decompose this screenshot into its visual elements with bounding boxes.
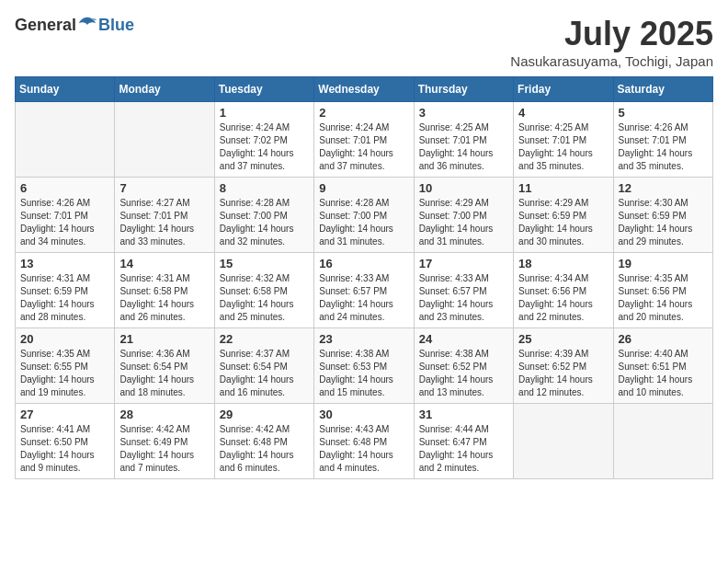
day-number: 5 [619, 106, 708, 120]
weekday-header-saturday: Saturday [613, 77, 712, 102]
day-detail: Sunrise: 4:31 AM Sunset: 6:58 PM Dayligh… [119, 272, 209, 324]
calendar-header-row: SundayMondayTuesdayWednesdayThursdayFrid… [16, 77, 713, 102]
calendar-cell [16, 102, 115, 178]
calendar-cell: 15Sunrise: 4:32 AM Sunset: 6:58 PM Dayli… [214, 253, 313, 328]
day-number: 17 [419, 257, 508, 270]
calendar-cell: 13Sunrise: 4:31 AM Sunset: 6:59 PM Dayli… [16, 253, 115, 328]
calendar-table: SundayMondayTuesdayWednesdayThursdayFrid… [15, 76, 713, 479]
day-number: 22 [220, 332, 309, 346]
calendar-cell: 25Sunrise: 4:39 AM Sunset: 6:52 PM Dayli… [514, 328, 613, 404]
day-detail: Sunrise: 4:36 AM Sunset: 6:54 PM Dayligh… [119, 348, 209, 399]
calendar-cell: 16Sunrise: 4:33 AM Sunset: 6:57 PM Dayli… [314, 253, 414, 328]
calendar-week-row: 1Sunrise: 4:24 AM Sunset: 7:02 PM Daylig… [16, 102, 713, 178]
day-number: 31 [419, 408, 508, 421]
calendar-cell: 4Sunrise: 4:25 AM Sunset: 7:01 PM Daylig… [514, 102, 613, 178]
calendar-cell: 21Sunrise: 4:36 AM Sunset: 6:54 PM Dayli… [115, 328, 214, 404]
logo-bird-icon [77, 15, 97, 35]
month-title: July 2025 [510, 15, 713, 53]
weekday-header-tuesday: Tuesday [214, 77, 313, 102]
day-detail: Sunrise: 4:34 AM Sunset: 6:56 PM Dayligh… [518, 272, 608, 324]
day-number: 14 [119, 257, 209, 270]
day-number: 1 [220, 106, 309, 120]
day-detail: Sunrise: 4:28 AM Sunset: 7:00 PM Dayligh… [319, 197, 408, 248]
calendar-cell: 8Sunrise: 4:28 AM Sunset: 7:00 PM Daylig… [214, 178, 313, 253]
day-number: 18 [518, 257, 608, 270]
calendar-cell: 12Sunrise: 4:30 AM Sunset: 6:59 PM Dayli… [613, 178, 712, 253]
day-detail: Sunrise: 4:24 AM Sunset: 7:02 PM Dayligh… [220, 121, 309, 173]
day-number: 25 [518, 332, 608, 346]
calendar-cell: 9Sunrise: 4:28 AM Sunset: 7:00 PM Daylig… [314, 178, 414, 253]
day-detail: Sunrise: 4:29 AM Sunset: 7:00 PM Dayligh… [419, 197, 508, 248]
day-detail: Sunrise: 4:42 AM Sunset: 6:49 PM Dayligh… [119, 423, 209, 475]
day-detail: Sunrise: 4:38 AM Sunset: 6:52 PM Dayligh… [419, 348, 508, 399]
day-number: 7 [119, 181, 209, 195]
calendar-cell: 17Sunrise: 4:33 AM Sunset: 6:57 PM Dayli… [414, 253, 513, 328]
calendar-cell [115, 102, 214, 178]
day-number: 9 [319, 181, 408, 195]
calendar-cell: 6Sunrise: 4:26 AM Sunset: 7:01 PM Daylig… [16, 178, 115, 253]
day-number: 26 [619, 332, 708, 346]
calendar-cell: 31Sunrise: 4:44 AM Sunset: 6:47 PM Dayli… [414, 404, 513, 479]
logo: General Blue [15, 15, 134, 35]
weekday-header-thursday: Thursday [414, 77, 513, 102]
day-detail: Sunrise: 4:32 AM Sunset: 6:58 PM Dayligh… [220, 272, 309, 324]
calendar-cell: 23Sunrise: 4:38 AM Sunset: 6:53 PM Dayli… [314, 328, 414, 404]
calendar-cell: 27Sunrise: 4:41 AM Sunset: 6:50 PM Dayli… [16, 404, 115, 479]
calendar-week-row: 27Sunrise: 4:41 AM Sunset: 6:50 PM Dayli… [16, 404, 713, 479]
day-detail: Sunrise: 4:43 AM Sunset: 6:48 PM Dayligh… [319, 423, 408, 475]
day-detail: Sunrise: 4:29 AM Sunset: 6:59 PM Dayligh… [518, 197, 608, 248]
calendar-cell: 20Sunrise: 4:35 AM Sunset: 6:55 PM Dayli… [16, 328, 115, 404]
day-detail: Sunrise: 4:30 AM Sunset: 6:59 PM Dayligh… [619, 197, 708, 248]
weekday-header-friday: Friday [514, 77, 613, 102]
weekday-header-monday: Monday [115, 77, 214, 102]
day-number: 21 [119, 332, 209, 346]
weekday-header-sunday: Sunday [16, 77, 115, 102]
calendar-cell: 11Sunrise: 4:29 AM Sunset: 6:59 PM Dayli… [514, 178, 613, 253]
calendar-cell: 14Sunrise: 4:31 AM Sunset: 6:58 PM Dayli… [115, 253, 214, 328]
day-detail: Sunrise: 4:35 AM Sunset: 6:55 PM Dayligh… [20, 348, 109, 399]
day-number: 12 [619, 181, 708, 195]
day-number: 15 [220, 257, 309, 270]
calendar-cell: 30Sunrise: 4:43 AM Sunset: 6:48 PM Dayli… [314, 404, 414, 479]
calendar-week-row: 20Sunrise: 4:35 AM Sunset: 6:55 PM Dayli… [16, 328, 713, 404]
calendar-cell [613, 404, 712, 479]
day-detail: Sunrise: 4:26 AM Sunset: 7:01 PM Dayligh… [20, 197, 109, 248]
day-number: 30 [319, 408, 408, 421]
calendar-cell: 26Sunrise: 4:40 AM Sunset: 6:51 PM Dayli… [613, 328, 712, 404]
day-number: 24 [419, 332, 508, 346]
day-detail: Sunrise: 4:26 AM Sunset: 7:01 PM Dayligh… [619, 121, 708, 173]
day-number: 27 [20, 408, 109, 421]
calendar-cell: 28Sunrise: 4:42 AM Sunset: 6:49 PM Dayli… [115, 404, 214, 479]
day-number: 20 [20, 332, 109, 346]
calendar-cell: 7Sunrise: 4:27 AM Sunset: 7:01 PM Daylig… [115, 178, 214, 253]
day-number: 11 [518, 181, 608, 195]
day-number: 6 [20, 181, 109, 195]
day-detail: Sunrise: 4:33 AM Sunset: 6:57 PM Dayligh… [419, 272, 508, 324]
calendar-cell: 22Sunrise: 4:37 AM Sunset: 6:54 PM Dayli… [214, 328, 313, 404]
calendar-cell: 1Sunrise: 4:24 AM Sunset: 7:02 PM Daylig… [214, 102, 313, 178]
page-header: General Blue July 2025 Nasukarasuyama, T… [15, 15, 713, 69]
calendar-cell: 10Sunrise: 4:29 AM Sunset: 7:00 PM Dayli… [414, 178, 513, 253]
day-detail: Sunrise: 4:44 AM Sunset: 6:47 PM Dayligh… [419, 423, 508, 475]
calendar-cell: 18Sunrise: 4:34 AM Sunset: 6:56 PM Dayli… [514, 253, 613, 328]
location-subtitle: Nasukarasuyama, Tochigi, Japan [510, 53, 713, 69]
day-number: 3 [419, 106, 508, 120]
day-detail: Sunrise: 4:40 AM Sunset: 6:51 PM Dayligh… [619, 348, 708, 399]
day-number: 2 [319, 106, 408, 120]
calendar-week-row: 6Sunrise: 4:26 AM Sunset: 7:01 PM Daylig… [16, 178, 713, 253]
day-detail: Sunrise: 4:24 AM Sunset: 7:01 PM Dayligh… [319, 121, 408, 173]
day-number: 13 [20, 257, 109, 270]
day-number: 8 [220, 181, 309, 195]
calendar-week-row: 13Sunrise: 4:31 AM Sunset: 6:59 PM Dayli… [16, 253, 713, 328]
day-detail: Sunrise: 4:42 AM Sunset: 6:48 PM Dayligh… [220, 423, 309, 475]
day-number: 28 [119, 408, 209, 421]
day-detail: Sunrise: 4:37 AM Sunset: 6:54 PM Dayligh… [220, 348, 309, 399]
calendar-cell: 19Sunrise: 4:35 AM Sunset: 6:56 PM Dayli… [613, 253, 712, 328]
day-detail: Sunrise: 4:31 AM Sunset: 6:59 PM Dayligh… [20, 272, 109, 324]
day-number: 10 [419, 181, 508, 195]
calendar-cell: 29Sunrise: 4:42 AM Sunset: 6:48 PM Dayli… [214, 404, 313, 479]
calendar-cell: 2Sunrise: 4:24 AM Sunset: 7:01 PM Daylig… [314, 102, 414, 178]
day-detail: Sunrise: 4:25 AM Sunset: 7:01 PM Dayligh… [419, 121, 508, 173]
calendar-cell: 24Sunrise: 4:38 AM Sunset: 6:52 PM Dayli… [414, 328, 513, 404]
day-detail: Sunrise: 4:33 AM Sunset: 6:57 PM Dayligh… [319, 272, 408, 324]
